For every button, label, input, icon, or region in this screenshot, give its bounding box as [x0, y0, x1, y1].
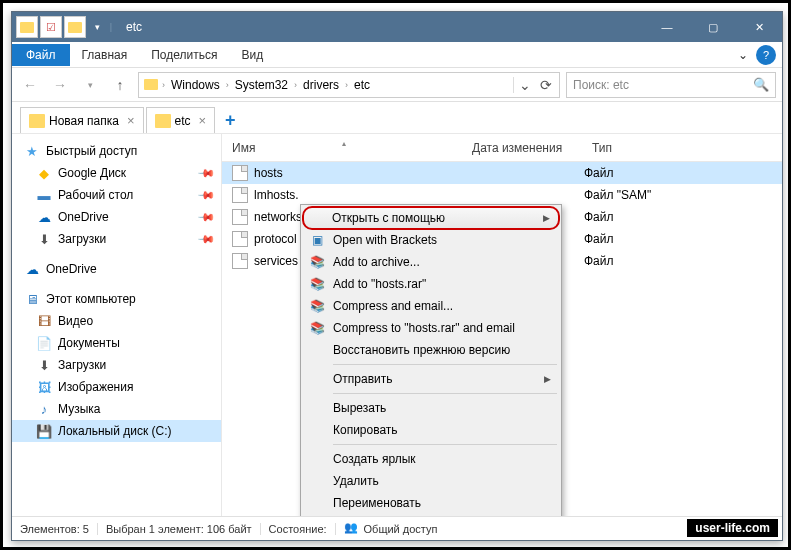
close-button[interactable]: ✕ — [736, 12, 782, 42]
menu-home[interactable]: Главная — [70, 44, 140, 66]
folder-tab[interactable]: etc × — [146, 107, 216, 133]
submenu-arrow-icon: ▶ — [543, 213, 550, 223]
nav-pane[interactable]: ★Быстрый доступ ◆Google Диск📌 ▬Рабочий с… — [12, 134, 222, 516]
pc-icon: 🖥 — [24, 291, 40, 307]
star-icon: ★ — [24, 143, 40, 159]
menu-delete[interactable]: Удалить — [303, 470, 559, 492]
menu-rename[interactable]: Переименовать — [303, 492, 559, 514]
breadcrumb-item[interactable]: drivers — [298, 78, 344, 92]
downloads-icon: ⬇ — [36, 231, 52, 247]
file-icon — [232, 253, 248, 269]
watermark: user-life.com — [687, 519, 778, 537]
folder-icon — [155, 114, 171, 128]
col-type[interactable]: Тип — [582, 141, 782, 155]
sidebar-item-onedrive[interactable]: ☁OneDrive📌 — [12, 206, 221, 228]
sidebar-item-documents[interactable]: 📄Документы — [12, 332, 221, 354]
context-menu: Открыть с помощью▶ ▣Open with Brackets 📚… — [300, 204, 562, 516]
titlebar[interactable]: ☑ ▾ | etc — ▢ ✕ — [12, 12, 782, 42]
breadcrumb-item[interactable]: System32 — [230, 78, 293, 92]
address-dropdown-icon[interactable]: ⌄ — [513, 77, 535, 93]
sidebar-quick-access[interactable]: ★Быстрый доступ — [12, 140, 221, 162]
col-name[interactable]: Имя▴ — [222, 141, 462, 155]
ribbon-expand-icon[interactable]: ⌄ — [730, 42, 756, 68]
minimize-button[interactable]: — — [644, 12, 690, 42]
folder-icon — [29, 114, 45, 128]
file-icon — [232, 231, 248, 247]
pin-icon: 📌 — [196, 207, 215, 226]
menu-send-to[interactable]: Отправить▶ — [303, 368, 559, 390]
breadcrumb[interactable]: › Windows › System32 › drivers › etc ⌄ ⟳ — [138, 72, 560, 98]
sidebar-item-videos[interactable]: 🎞Видео — [12, 310, 221, 332]
menu-open-with[interactable]: Открыть с помощью▶ — [302, 206, 560, 230]
file-row[interactable]: hostsФайл — [222, 162, 782, 184]
menu-file[interactable]: Файл — [12, 44, 70, 66]
new-tab-button[interactable]: + — [217, 107, 243, 133]
menu-create-shortcut[interactable]: Создать ярлык — [303, 448, 559, 470]
onedrive-icon: ☁ — [24, 261, 40, 277]
status-shared: Общий доступ — [364, 523, 438, 535]
menu-brackets[interactable]: ▣Open with Brackets — [303, 229, 559, 251]
sidebar-item-localdisk[interactable]: 💾Локальный диск (C:) — [12, 420, 221, 442]
sidebar-this-pc[interactable]: 🖥Этот компьютер — [12, 288, 221, 310]
menu-share[interactable]: Поделиться — [139, 44, 229, 66]
col-date[interactable]: Дата изменения — [462, 141, 582, 155]
winrar-icon: 📚 — [309, 320, 325, 336]
folder-icon[interactable] — [16, 16, 38, 38]
file-icon — [232, 165, 248, 181]
documents-icon: 📄 — [36, 335, 52, 351]
menu-add-hosts-rar[interactable]: 📚Add to "hosts.rar" — [303, 273, 559, 295]
qat: ☑ — [12, 14, 90, 40]
sidebar-item-music[interactable]: ♪Музыка — [12, 398, 221, 420]
winrar-icon: 📚 — [309, 276, 325, 292]
menu-cut[interactable]: Вырезать — [303, 397, 559, 419]
breadcrumb-item[interactable]: etc — [349, 78, 375, 92]
file-list[interactable]: Имя▴ Дата изменения Тип hostsФайл lmhost… — [222, 134, 782, 516]
explorer-window: ☑ ▾ | etc — ▢ ✕ Файл Главная Поделиться … — [11, 11, 783, 541]
tab-label: Новая папка — [45, 114, 123, 128]
menu-view[interactable]: Вид — [229, 44, 275, 66]
ribbon-tabs: Файл Главная Поделиться Вид ⌄ ? — [12, 42, 782, 68]
onedrive-icon: ☁ — [36, 209, 52, 225]
shared-icon: 👥 — [344, 521, 360, 537]
nav-up-icon[interactable]: ↑ — [108, 73, 132, 97]
menu-add-archive[interactable]: 📚Add to archive... — [303, 251, 559, 273]
sort-asc-icon: ▴ — [342, 139, 346, 148]
nav-back-icon[interactable]: ← — [18, 73, 42, 97]
status-state-label: Состояние: — [269, 523, 336, 535]
sidebar-onedrive[interactable]: ☁OneDrive — [12, 258, 221, 280]
sidebar-item-desktop[interactable]: ▬Рабочий стол📌 — [12, 184, 221, 206]
pin-icon: 📌 — [196, 185, 215, 204]
new-folder-icon[interactable] — [64, 16, 86, 38]
nav-forward-icon: → — [48, 73, 72, 97]
video-icon: 🎞 — [36, 313, 52, 329]
tab-close-icon[interactable]: × — [195, 113, 207, 128]
sidebar-item-downloads[interactable]: ⬇Загрузки📌 — [12, 228, 221, 250]
search-input[interactable]: Поиск: etc 🔍 — [566, 72, 776, 98]
file-row[interactable]: lmhosts.Файл "SAM" — [222, 184, 782, 206]
menu-restore-previous[interactable]: Восстановить прежнюю версию — [303, 339, 559, 361]
properties-icon[interactable]: ☑ — [40, 16, 62, 38]
help-icon[interactable]: ? — [756, 45, 776, 65]
nav-history-icon[interactable]: ▾ — [78, 73, 102, 97]
sidebar-item-gdrive[interactable]: ◆Google Диск📌 — [12, 162, 221, 184]
menu-compress-hosts-email[interactable]: 📚Compress to "hosts.rar" and email — [303, 317, 559, 339]
file-icon — [232, 187, 248, 203]
menu-copy[interactable]: Копировать — [303, 419, 559, 441]
sidebar-item-pictures[interactable]: 🖼Изображения — [12, 376, 221, 398]
folder-tabs: Новая папка × etc × + — [12, 102, 782, 134]
music-icon: ♪ — [36, 401, 52, 417]
search-placeholder: Поиск: etc — [573, 78, 629, 92]
breadcrumb-item[interactable]: Windows — [166, 78, 225, 92]
status-bar: Элементов: 5 Выбран 1 элемент: 106 байт … — [12, 516, 782, 540]
address-bar: ← → ▾ ↑ › Windows › System32 › drivers ›… — [12, 68, 782, 102]
refresh-icon[interactable]: ⟳ — [535, 77, 557, 93]
winrar-icon: 📚 — [309, 298, 325, 314]
tab-close-icon[interactable]: × — [123, 113, 135, 128]
search-icon[interactable]: 🔍 — [753, 77, 769, 92]
menu-compress-email[interactable]: 📚Compress and email... — [303, 295, 559, 317]
pictures-icon: 🖼 — [36, 379, 52, 395]
sidebar-item-downloads[interactable]: ⬇Загрузки — [12, 354, 221, 376]
qat-dropdown-icon[interactable]: ▾ — [90, 22, 104, 32]
folder-tab[interactable]: Новая папка × — [20, 107, 144, 133]
maximize-button[interactable]: ▢ — [690, 12, 736, 42]
